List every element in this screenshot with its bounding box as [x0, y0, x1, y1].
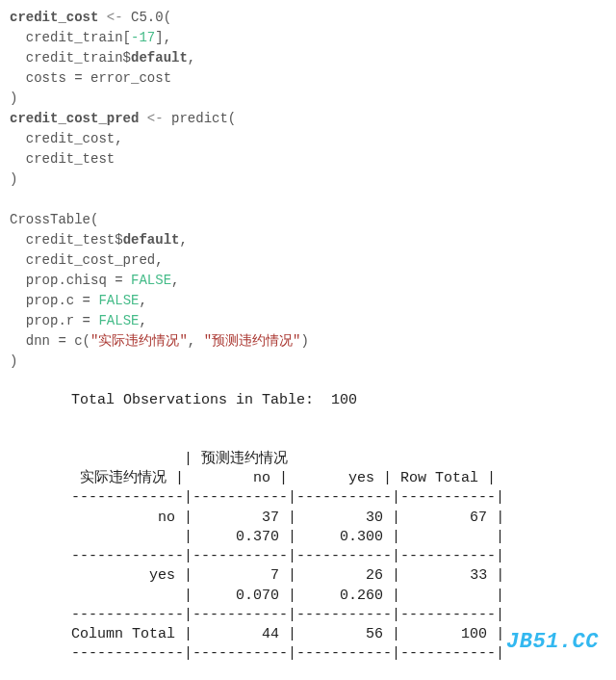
code-token: dnn = c(	[10, 333, 90, 349]
code-token: ,	[188, 333, 204, 349]
output-line: | 0.370 | 0.300 | |	[71, 529, 504, 545]
output-separator: -------------|-----------|-----------|--…	[71, 489, 504, 506]
code-token: CrossTable(	[10, 212, 98, 227]
code-token: credit_cost,	[10, 131, 123, 146]
code-token: ,	[139, 293, 146, 308]
code-token: default	[131, 50, 188, 65]
output-separator: -------------|-----------|-----------|--…	[71, 645, 504, 662]
code-token: predict(	[171, 111, 236, 126]
code-token: credit_cost_pred,	[10, 252, 164, 268]
code-token: C5.0(	[131, 10, 171, 25]
code-token: ,	[139, 313, 146, 328]
code-token: <-	[98, 10, 131, 25]
output-line: no | 37 | 30 | 67 |	[71, 510, 504, 526]
code-token: credit_test$	[10, 232, 123, 248]
code-token: credit_train[	[10, 30, 131, 45]
r-code-block: credit_cost <- C5.0( credit_train[-17], …	[0, 0, 616, 379]
output-separator: -------------|-----------|-----------|--…	[71, 548, 504, 564]
code-token: prop.r =	[10, 313, 98, 328]
code-token: credit_cost_pred	[10, 111, 139, 126]
code-token: "实际违约情况"	[90, 333, 188, 349]
output-line: yes | 7 | 26 | 33 |	[71, 567, 504, 584]
code-token: credit_cost	[10, 10, 98, 25]
output-line: Column Total | 44 | 56 | 100 |	[71, 626, 504, 642]
code-token: credit_train$	[10, 50, 131, 65]
code-token: -17	[131, 30, 155, 45]
code-token: costs = error_cost	[10, 70, 171, 86]
code-token: default	[123, 232, 180, 248]
code-token: )	[10, 353, 17, 369]
code-token: ,	[179, 232, 187, 248]
code-token: <-	[139, 111, 171, 126]
output-line: | 预测违约情况	[71, 451, 288, 467]
code-token: FALSE	[98, 293, 139, 308]
watermark-text: JB51.CC	[506, 628, 599, 657]
code-token: prop.chisq =	[10, 273, 131, 288]
output-line: | 0.070 | 0.260 | |	[71, 588, 504, 604]
code-token: )	[10, 91, 17, 106]
code-token: "预测违约情况"	[204, 333, 301, 349]
code-token: FALSE	[98, 313, 139, 328]
code-token: credit_test	[10, 151, 115, 167]
code-token: ,	[171, 273, 179, 288]
output-title: Total Observations in Table: 100	[71, 392, 357, 408]
code-token: ,	[188, 50, 195, 65]
output-separator: -------------|-----------|-----------|--…	[71, 607, 504, 623]
code-token: )	[10, 171, 17, 187]
code-token: )	[300, 333, 308, 349]
code-token: prop.c =	[10, 293, 98, 308]
code-token: FALSE	[131, 273, 171, 288]
code-token: ],	[155, 30, 171, 45]
output-line: 实际违约情况 | no | yes | Row Total |	[71, 470, 496, 486]
crosstable-output: Total Observations in Table: 100 | 预测违约情…	[0, 379, 616, 665]
